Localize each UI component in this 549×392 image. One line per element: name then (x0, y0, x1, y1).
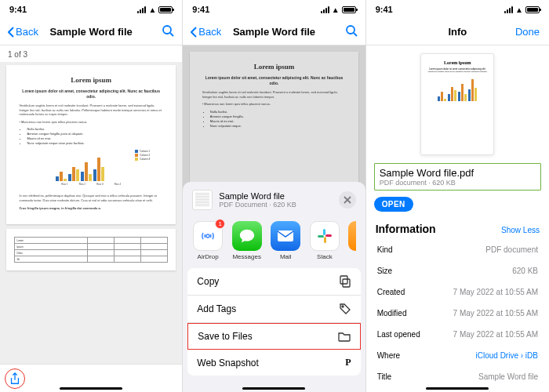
nav-bar: Info Done (366, 19, 549, 45)
close-icon (344, 196, 351, 204)
doc-heading: Lorem ipsum (19, 76, 162, 84)
file-subtitle: PDF document · 620 KB (380, 179, 536, 187)
row-kind: KindPDF document (368, 240, 547, 260)
file-name: Sample Word file.pdf (380, 167, 536, 179)
svg-rect-7 (325, 234, 332, 237)
screen-info: 9:41 ▲ Info Done Lorem ipsum Lorem ipsum… (366, 0, 549, 392)
show-less-link[interactable]: Show Less (501, 226, 540, 234)
action-copy[interactable]: Copy (187, 268, 360, 296)
share-icon[interactable] (9, 372, 20, 385)
back-button[interactable]: Back (8, 26, 38, 38)
svg-rect-4 (323, 229, 325, 235)
file-thumb-icon (192, 190, 213, 210)
screen-preview: 9:41 ▲ Back Sample Word file 1 of 3 Lore… (0, 0, 183, 392)
status-bar: 9:41 ▲ (366, 0, 549, 19)
info-table: KindPDF document Size620 KB Created7 May… (366, 238, 549, 392)
section-header: Information (376, 223, 436, 235)
share-sheet: Sample Word file PDF Document · 620 KB 1… (183, 182, 365, 392)
row-modified: Modified7 May 2022 at 10:55 AM (368, 303, 547, 323)
app-messages[interactable]: Messages (231, 221, 263, 260)
wifi-icon: ▲ (148, 5, 156, 14)
status-time: 9:41 (9, 5, 27, 14)
battery-icon (158, 6, 173, 13)
page-indicator: 1 of 3 (0, 45, 182, 62)
doc-subheading: Lorem ipsum dolor sit amet, consectetur … (19, 89, 162, 99)
doc-chart: Row 1Row 2Row 3Row 4 Column 1Column 2Col… (56, 150, 126, 189)
file-name-box: Sample Word file.pdf PDF document · 620 … (374, 163, 541, 191)
file-thumbnail[interactable]: Lorem ipsum Lorem ipsum dolor sit amet c… (420, 53, 494, 155)
screen-share-sheet: 9:41 ▲ Back Sample Word file Lorem ipsum… (183, 0, 365, 392)
document-page-1: Lorem ipsum Lorem ipsum dolor sit amet, … (6, 65, 175, 224)
slack-icon (310, 221, 340, 251)
mail-icon (271, 221, 300, 251)
status-bar: 9:41 ▲ (0, 0, 182, 19)
back-button[interactable]: Back (191, 26, 221, 38)
tag-icon (339, 303, 351, 315)
svg-point-1 (347, 26, 354, 34)
home-indicator[interactable] (426, 387, 489, 390)
share-button-highlight (5, 368, 25, 389)
row-size: Size620 KB (368, 261, 547, 281)
share-apps-row[interactable]: 1 AirDrop Messages Mail Slack (183, 218, 365, 268)
back-label: Back (16, 26, 38, 38)
document-viewport[interactable]: Lorem ipsum Lorem ipsum dolor sit amet, … (0, 62, 182, 364)
app-next-peek[interactable] (348, 221, 356, 260)
action-add-tags[interactable]: Add Tags (187, 296, 360, 323)
info-scroll[interactable]: Lorem ipsum Lorem ipsum dolor sit amet c… (366, 45, 549, 392)
svg-rect-8 (343, 279, 350, 287)
svg-point-2 (206, 234, 209, 238)
airdrop-badge: 1 (215, 219, 225, 229)
svg-rect-9 (340, 276, 347, 284)
action-web-snapshot[interactable]: Web Snapshot P (187, 350, 360, 376)
share-file-name: Sample Word file (219, 191, 296, 201)
search-icon[interactable] (162, 24, 174, 40)
svg-rect-6 (324, 237, 326, 243)
row-where[interactable]: WhereiCloud Drive › iDB (368, 346, 547, 365)
copy-icon (339, 275, 351, 288)
svg-point-10 (342, 306, 344, 307)
signal-icon (137, 6, 146, 13)
action-save-to-files[interactable]: Save to Files (187, 323, 360, 350)
done-button[interactable]: Done (515, 26, 540, 38)
app-airdrop[interactable]: 1 AirDrop (192, 221, 224, 260)
close-button[interactable] (339, 191, 356, 209)
airdrop-icon: 1 (193, 221, 223, 251)
share-actions: Copy Add Tags Save to Files Web Snapshot… (187, 268, 360, 376)
messages-icon (232, 221, 262, 251)
svg-point-0 (163, 26, 171, 34)
home-indicator[interactable] (242, 387, 305, 390)
status-bar: 9:41 ▲ (183, 0, 365, 19)
open-button[interactable]: OPEN (374, 197, 413, 212)
pocket-icon: P (345, 357, 351, 368)
row-title: TitleSample Word file (368, 367, 547, 387)
document-page-2: LoremIpsumDolorSit (6, 229, 175, 270)
row-created: Created7 May 2022 at 10:55 AM (368, 282, 547, 302)
nav-bar: Back Sample Word file (0, 19, 182, 45)
svg-rect-3 (278, 230, 293, 241)
app-mail[interactable]: Mail (270, 221, 301, 260)
search-icon[interactable] (345, 24, 358, 40)
home-indicator[interactable] (60, 387, 122, 390)
svg-rect-5 (318, 235, 324, 238)
app-slack[interactable]: Slack (309, 221, 340, 260)
row-last-opened: Last opened7 May 2022 at 10:55 AM (368, 325, 547, 344)
nav-bar: Back Sample Word file (183, 19, 365, 45)
folder-icon (338, 331, 351, 342)
share-file-subtitle: PDF Document · 620 KB (219, 201, 296, 209)
